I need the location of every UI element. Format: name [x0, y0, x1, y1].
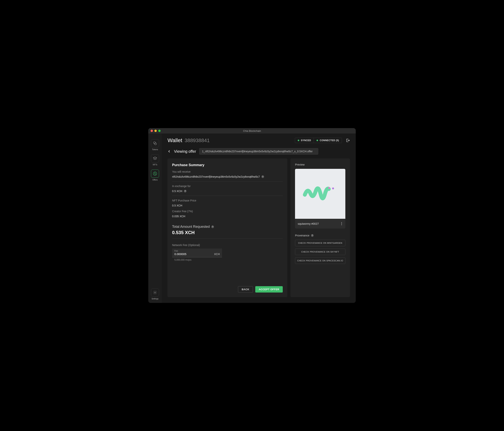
- sidebar-item-label: Settings: [152, 298, 158, 300]
- nft-name: squiwormy #0027: [298, 222, 319, 225]
- provenance-label: Provenance: [295, 234, 309, 237]
- svg-point-5: [332, 188, 334, 189]
- back-button[interactable]: BACK: [238, 286, 253, 293]
- window-title: Chia Blockchain: [243, 129, 261, 132]
- wallet-id: 388938841: [185, 137, 209, 143]
- sidebar-item-settings[interactable]: Settings: [151, 288, 159, 300]
- offers-icon: [151, 170, 159, 178]
- sidebar-item-offers[interactable]: Offers: [151, 170, 159, 181]
- total-value: 0.535 XCH: [172, 230, 283, 235]
- sidebar-item-tokens[interactable]: Tokens: [151, 139, 159, 151]
- offer-filename: 1_nft1hskzlv496czn8h8x237nvenfj9neyeup36…: [199, 148, 318, 155]
- receive-label: You will receive: [172, 170, 283, 173]
- window-controls: [151, 130, 161, 132]
- sidebar-item-label: Offers: [152, 179, 158, 181]
- nft-image: [295, 169, 345, 219]
- price-label: NFT Purchase Price: [172, 199, 283, 202]
- fee-unit: XCH: [214, 252, 220, 256]
- creator-fee-value: 0.035 XCH: [172, 215, 283, 218]
- titlebar: Chia Blockchain: [148, 128, 356, 134]
- breadcrumb: Viewing offer 1_nft1hskzlv496czn8h8x237n…: [162, 146, 356, 158]
- nft-card: squiwormy #0027: [295, 169, 345, 229]
- more-menu-icon[interactable]: [341, 221, 343, 226]
- network-fee-label: Network Fee (Optional): [172, 243, 283, 247]
- help-icon[interactable]: ?: [261, 175, 264, 178]
- help-icon[interactable]: ?: [184, 190, 187, 192]
- sidebar-item-label: NFTs: [153, 164, 157, 166]
- fee-field-label: Fee: [174, 250, 220, 252]
- connection-status-label: CONNECTED (5): [320, 139, 339, 142]
- sidebar-item-label: Tokens: [152, 148, 158, 151]
- breadcrumb-title: Viewing offer: [174, 149, 196, 154]
- sidebar-item-nfts[interactable]: NFTs: [151, 154, 159, 166]
- nfts-icon: [151, 154, 159, 162]
- price-value: 0.5 XCH: [172, 204, 283, 207]
- status-group: SYNCED CONNECTED (5): [295, 138, 342, 143]
- svg-point-3: [154, 292, 156, 293]
- status-dot-icon: [298, 140, 299, 141]
- fee-input-container[interactable]: Fee XCH: [172, 249, 222, 257]
- app-window: Chia Blockchain Tokens NFTs Offers: [148, 128, 356, 303]
- divider: [172, 238, 283, 239]
- total-label: Total Amount Requested: [172, 225, 210, 229]
- fee-input[interactable]: [174, 252, 214, 256]
- svg-point-2: [153, 172, 157, 175]
- status-dot-icon: [316, 140, 318, 141]
- logout-icon[interactable]: [346, 138, 350, 143]
- preview-panel: Preview squiwormy #0027: [290, 158, 350, 297]
- exchange-label: In exchange for: [172, 185, 283, 188]
- receive-value: nft1hskzlv496czn8h8x237nvenfj9neyeup36m5…: [172, 175, 260, 178]
- header: Wallet 388938841 SYNCED CONNECTED (5): [162, 134, 356, 146]
- tokens-icon: [151, 139, 159, 147]
- help-icon[interactable]: ?: [211, 225, 214, 228]
- svg-point-4: [328, 187, 330, 189]
- gear-icon: [151, 288, 159, 296]
- exchange-value: 0.5 XCH: [172, 189, 182, 193]
- preview-label: Preview: [295, 163, 345, 166]
- maximize-window-icon[interactable]: [158, 130, 161, 132]
- close-window-icon[interactable]: [151, 130, 153, 132]
- sync-status-label: SYNCED: [301, 139, 311, 142]
- fee-helper-text: 5,000,000 mojos: [172, 259, 283, 261]
- divider: [172, 181, 283, 181]
- purchase-summary-panel: Purchase Summary You will receive nft1hs…: [168, 158, 287, 297]
- provenance-skynft-button[interactable]: CHECK PROVENANCE ON SKYNFT: [295, 249, 345, 255]
- provenance-spacescan-button[interactable]: CHECK PROVENANCE ON SPACESCAN.IO: [295, 257, 345, 264]
- minimize-window-icon[interactable]: [154, 130, 157, 132]
- summary-title: Purchase Summary: [172, 163, 283, 167]
- sync-status[interactable]: SYNCED: [295, 138, 314, 143]
- connection-status[interactable]: CONNECTED (5): [314, 138, 342, 143]
- page-title: Wallet: [168, 137, 182, 143]
- accept-offer-button[interactable]: ACCEPT OFFER: [255, 286, 283, 293]
- help-icon[interactable]: ?: [311, 234, 314, 237]
- creator-fee-label: Creator Fee (7%): [172, 210, 283, 213]
- back-button[interactable]: [168, 150, 171, 153]
- provenance-mintgarden-button[interactable]: CHECK PROVENANCE ON MINTGARDEN: [295, 240, 345, 246]
- sidebar: Tokens NFTs Offers Settings: [148, 134, 162, 303]
